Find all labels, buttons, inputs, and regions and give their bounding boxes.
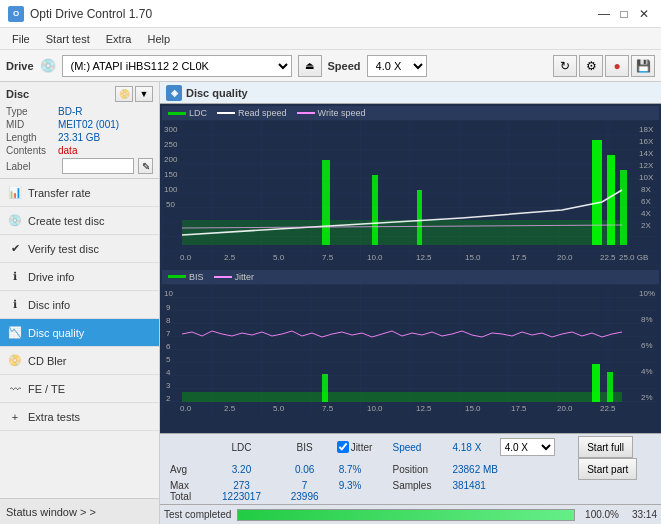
- speed-select2[interactable]: 4.0 X: [500, 438, 555, 456]
- nav-fe-te-label: FE / TE: [28, 383, 65, 395]
- svg-text:5.0: 5.0: [273, 404, 285, 413]
- nav-extra-tests[interactable]: + Extra tests: [0, 403, 159, 431]
- svg-text:10.0: 10.0: [367, 404, 383, 413]
- stats-total-row: Total 1223017 23996: [164, 491, 657, 502]
- start-full-button[interactable]: Start full: [578, 436, 633, 458]
- svg-text:12.5: 12.5: [416, 404, 432, 413]
- svg-text:20.0: 20.0: [557, 253, 573, 262]
- transfer-rate-icon: 📊: [6, 184, 24, 202]
- jitter-checkbox-label[interactable]: Jitter: [337, 441, 385, 453]
- legend-ldc: LDC: [168, 108, 207, 118]
- stats-avg-row: Avg 3.20 0.06 8.7% Position 23862 MB Sta…: [164, 458, 657, 480]
- save-button[interactable]: 💾: [631, 55, 655, 77]
- app-icon: O: [8, 6, 24, 22]
- disc-type-key: Type: [6, 106, 58, 117]
- stats-avg-label: Avg: [164, 458, 206, 480]
- nav-disc-quality-label: Disc quality: [28, 327, 84, 339]
- svg-text:12X: 12X: [639, 161, 654, 170]
- legend-ldc-label: LDC: [189, 108, 207, 118]
- minimize-button[interactable]: —: [595, 5, 613, 23]
- svg-text:3: 3: [166, 381, 171, 390]
- svg-text:2X: 2X: [641, 221, 651, 230]
- nav-verify-test-disc[interactable]: ✔ Verify test disc: [0, 235, 159, 263]
- menu-start-test[interactable]: Start test: [38, 31, 98, 47]
- disc-contents-row: Contents data: [6, 145, 153, 156]
- maximize-button[interactable]: □: [615, 5, 633, 23]
- stats-speed-value: 4.18 X: [448, 436, 495, 458]
- status-text: Test completed: [164, 509, 231, 520]
- svg-text:0.0: 0.0: [180, 404, 192, 413]
- disc-icon-btn-1[interactable]: 📀: [115, 86, 133, 102]
- stats-avg-jitter: 8.7%: [333, 458, 389, 480]
- speed-select[interactable]: 4.0 X: [367, 55, 427, 77]
- nav-drive-info[interactable]: ℹ Drive info: [0, 263, 159, 291]
- drivebar: Drive 💿 (M:) ATAPI iHBS112 2 CL0K ⏏ Spee…: [0, 50, 661, 82]
- nav-cd-bler[interactable]: 📀 CD Bler: [0, 347, 159, 375]
- refresh-button[interactable]: ↻: [553, 55, 577, 77]
- svg-text:22.5: 22.5: [600, 253, 616, 262]
- nav-create-test-disc-label: Create test disc: [28, 215, 104, 227]
- drive-select[interactable]: (M:) ATAPI iHBS112 2 CL0K: [62, 55, 292, 77]
- legend-bis: BIS: [168, 272, 204, 282]
- stats-speed-label: Speed: [388, 436, 448, 458]
- stats-samples-label: Samples: [388, 480, 448, 491]
- disc-label-btn[interactable]: ✎: [138, 158, 153, 174]
- content-area: ◈ Disc quality LDC Read speed: [160, 82, 661, 524]
- svg-text:10%: 10%: [639, 289, 655, 298]
- svg-text:10X: 10X: [639, 173, 654, 182]
- nav-disc-quality[interactable]: 📉 Disc quality: [0, 319, 159, 347]
- menu-help[interactable]: Help: [139, 31, 178, 47]
- svg-text:200: 200: [164, 155, 178, 164]
- stats-col-ldc: LDC: [206, 436, 276, 458]
- legend-bis-label: BIS: [189, 272, 204, 282]
- legend-read: Read speed: [217, 108, 287, 118]
- nav-create-test-disc[interactable]: 💿 Create test disc: [0, 207, 159, 235]
- nav-transfer-rate-label: Transfer rate: [28, 187, 91, 199]
- stats-total-bis: 23996: [277, 491, 333, 502]
- app-title: Opti Drive Control 1.70: [30, 7, 152, 21]
- disc-label-input[interactable]: [62, 158, 134, 174]
- start-part-button[interactable]: Start part: [578, 458, 637, 480]
- nav-cd-bler-label: CD Bler: [28, 355, 67, 367]
- svg-text:8: 8: [166, 316, 171, 325]
- svg-text:300: 300: [164, 125, 178, 134]
- read-line-sample: [217, 112, 235, 114]
- toolbar-icons: ↻ ⚙ ● 💾: [553, 55, 655, 77]
- status-window-button[interactable]: Status window > >: [0, 498, 159, 524]
- svg-text:15.0: 15.0: [465, 253, 481, 262]
- disc-type-row: Type BD-R: [6, 106, 153, 117]
- disc-icon-btn-2[interactable]: ▼: [135, 86, 153, 102]
- svg-text:50: 50: [166, 200, 175, 209]
- svg-rect-28: [182, 220, 622, 245]
- nav-fe-te[interactable]: 〰 FE / TE: [0, 375, 159, 403]
- jitter-checkbox[interactable]: [337, 441, 349, 453]
- svg-rect-61: [182, 392, 622, 402]
- stats-max-jitter: 9.3%: [333, 480, 389, 491]
- svg-text:4X: 4X: [641, 209, 651, 218]
- titlebar: O Opti Drive Control 1.70 — □ ✕: [0, 0, 661, 28]
- settings-button[interactable]: ⚙: [579, 55, 603, 77]
- disc-mid-key: MID: [6, 119, 58, 130]
- nav-transfer-rate[interactable]: 📊 Transfer rate: [0, 179, 159, 207]
- eject-button[interactable]: ⏏: [298, 55, 322, 77]
- close-button[interactable]: ✕: [635, 5, 653, 23]
- svg-rect-62: [322, 374, 328, 402]
- info-button[interactable]: ●: [605, 55, 629, 77]
- menu-extra[interactable]: Extra: [98, 31, 140, 47]
- svg-text:5.0: 5.0: [273, 253, 285, 262]
- svg-rect-33: [607, 155, 615, 245]
- svg-text:8%: 8%: [641, 315, 653, 324]
- legend-jitter: Jitter: [214, 272, 255, 282]
- progress-bar-area: Test completed 100.0% 33:14: [160, 504, 661, 524]
- nav-disc-info[interactable]: ℹ Disc info: [0, 291, 159, 319]
- svg-text:4: 4: [166, 368, 171, 377]
- svg-text:7.5: 7.5: [322, 404, 334, 413]
- svg-text:12.5: 12.5: [416, 253, 432, 262]
- chart-header: ◈ Disc quality: [160, 82, 661, 104]
- write-line-sample: [297, 112, 315, 114]
- svg-text:150: 150: [164, 170, 178, 179]
- menu-file[interactable]: File: [4, 31, 38, 47]
- svg-rect-34: [620, 170, 627, 245]
- ldc-line-sample: [168, 112, 186, 115]
- verify-test-disc-icon: ✔: [6, 240, 24, 258]
